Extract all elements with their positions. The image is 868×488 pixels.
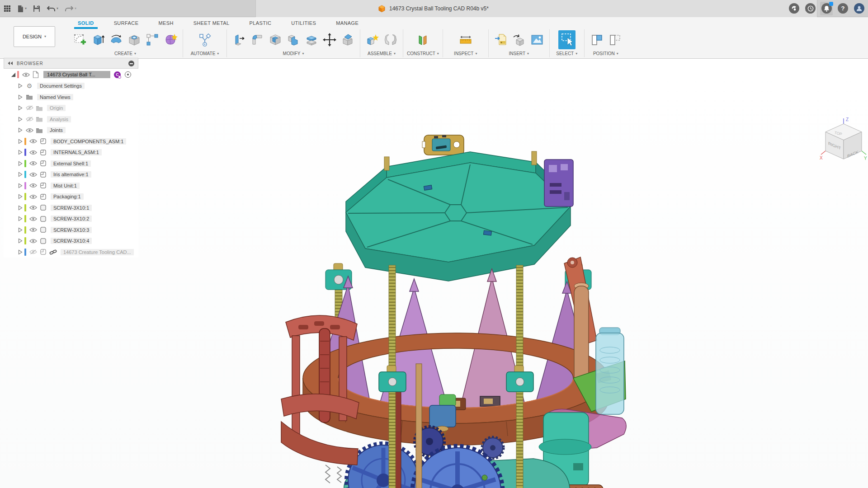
collapse-panel-icon[interactable] xyxy=(8,61,13,66)
tab-plastic[interactable]: PLASTIC xyxy=(240,18,282,28)
expand-arrow-icon[interactable] xyxy=(16,83,24,89)
root-document-name[interactable]: 14673 Crystal Ball T... xyxy=(43,71,110,78)
tree-item-external-shell[interactable]: External Shell:1 xyxy=(4,158,138,169)
file-menu-button[interactable]: ▾ xyxy=(17,5,27,13)
group-insert-label[interactable]: INSERT▾ xyxy=(509,51,529,56)
expand-arrow-icon[interactable] xyxy=(16,150,24,155)
view-cube[interactable]: Z TOP RIGHT BACK X Y xyxy=(819,117,868,167)
extrude-icon[interactable] xyxy=(90,30,107,49)
create-sketch-icon[interactable] xyxy=(71,30,89,49)
split-body-icon[interactable] xyxy=(339,30,356,49)
tree-item-analysis[interactable]: Analysis xyxy=(4,114,138,125)
group-select-label[interactable]: SELECT▾ xyxy=(556,51,577,56)
fillet-icon[interactable] xyxy=(249,30,266,49)
expand-arrow-icon[interactable] xyxy=(16,105,24,111)
extensions-icon[interactable] xyxy=(789,3,799,14)
tree-item-root[interactable]: 14673 Crystal Ball T... C xyxy=(4,69,138,80)
expand-arrow-icon[interactable] xyxy=(16,117,24,122)
expand-arrow-icon[interactable] xyxy=(16,227,24,233)
visibility-eye-icon[interactable] xyxy=(28,227,38,232)
expand-arrow-icon[interactable] xyxy=(16,127,24,133)
minimize-panel-icon[interactable] xyxy=(128,61,134,66)
visibility-eye-off-icon[interactable] xyxy=(28,249,38,255)
expand-arrow-icon[interactable] xyxy=(16,161,24,166)
undo-caret[interactable]: ▾ xyxy=(57,7,58,10)
group-assemble-label[interactable]: ASSEMBLE▾ xyxy=(368,51,396,56)
profile-avatar[interactable] xyxy=(854,3,864,14)
group-position-label[interactable]: POSITION▾ xyxy=(593,51,618,56)
cloud-status-badge[interactable]: C xyxy=(114,71,121,78)
workspace-selector[interactable]: DESIGN ▾ xyxy=(14,26,55,47)
visibility-eye-icon[interactable] xyxy=(28,183,38,188)
app-grid-icon[interactable] xyxy=(4,5,11,12)
help-icon[interactable]: ? xyxy=(838,3,848,14)
tree-item-internals-asm[interactable]: INTERNALS_ASM:1 xyxy=(4,147,138,158)
expand-arrow-icon[interactable] xyxy=(16,216,24,221)
hole-icon[interactable] xyxy=(126,30,143,49)
construction-plane-icon[interactable] xyxy=(414,30,431,49)
expand-arrow-icon[interactable] xyxy=(16,249,24,255)
visibility-eye-icon[interactable] xyxy=(28,194,38,199)
tree-item-document-settings[interactable]: ⚙ Document Settings xyxy=(4,80,138,92)
tree-item-iris-alternative[interactable]: Iris alternative:1 xyxy=(4,169,138,180)
expand-arrow-icon[interactable] xyxy=(16,194,24,199)
insert-svg-icon[interactable] xyxy=(492,30,509,49)
document-tab[interactable]: 14673 Crystal Ball Tooling CAD R04b v5* xyxy=(255,0,817,17)
tree-item-screw-2[interactable]: SCREW-3X10:2 xyxy=(4,213,138,225)
tab-mesh[interactable]: MESH xyxy=(148,18,183,28)
canvas-icon[interactable] xyxy=(528,30,546,49)
visibility-eye-icon[interactable] xyxy=(28,161,38,166)
automate-icon[interactable] xyxy=(196,30,213,49)
expand-arrow-icon[interactable] xyxy=(16,238,24,244)
revolve-icon[interactable] xyxy=(108,30,125,49)
visibility-eye-icon[interactable] xyxy=(28,150,38,155)
visibility-eye-off-icon[interactable] xyxy=(24,105,34,111)
tab-solid[interactable]: SOLID xyxy=(68,18,104,28)
tree-item-screw-4[interactable]: SCREW-3X10:4 xyxy=(4,235,138,247)
tree-item-joints[interactable]: Joints xyxy=(4,125,138,136)
combine-icon[interactable] xyxy=(285,30,302,49)
press-pull-icon[interactable] xyxy=(231,30,248,49)
undo-button[interactable]: ▾ xyxy=(47,5,58,12)
expand-arrow-icon[interactable] xyxy=(16,183,24,188)
measure-icon[interactable] xyxy=(457,30,474,49)
tree-item-body-components-asm[interactable]: BODY_COMPONENTS_ASM:1 xyxy=(4,136,138,147)
group-modify-label[interactable]: MODIFY▾ xyxy=(283,51,304,56)
notifications-icon[interactable] xyxy=(821,3,832,14)
tab-manage[interactable]: MANAGE xyxy=(326,18,368,28)
offset-face-icon[interactable] xyxy=(303,30,320,49)
redo-button[interactable]: ▾ xyxy=(65,5,76,12)
expand-arrow-icon[interactable] xyxy=(16,205,24,211)
tree-item-named-views[interactable]: Named Views xyxy=(4,92,138,103)
tab-utilities[interactable]: UTILITIES xyxy=(281,18,326,28)
visibility-eye-icon[interactable] xyxy=(24,128,34,133)
group-inspect-label[interactable]: INSPECT▾ xyxy=(454,51,477,56)
derive-icon[interactable] xyxy=(510,30,528,49)
form-icon[interactable] xyxy=(162,30,179,49)
visibility-eye-off-icon[interactable] xyxy=(24,117,34,122)
visibility-eye-icon[interactable] xyxy=(28,205,38,210)
cad-model[interactable] xyxy=(280,129,651,488)
group-create-label[interactable]: CREATE▾ xyxy=(114,51,136,56)
group-construct-label[interactable]: CONSTRUCT▾ xyxy=(407,51,439,56)
tree-item-origin[interactable]: Origin xyxy=(4,103,138,114)
tree-item-creature-tooling-link[interactable]: 14673 Creature Tooling CAD... xyxy=(4,247,138,258)
expand-arrow-icon[interactable] xyxy=(16,94,24,100)
pattern-icon[interactable] xyxy=(144,30,161,49)
tree-item-screw-1[interactable]: SCREW-3X10:1 xyxy=(4,202,138,214)
joint-icon[interactable] xyxy=(382,30,399,49)
revert-position-icon[interactable] xyxy=(606,30,623,49)
visibility-eye-icon[interactable] xyxy=(28,216,38,221)
visibility-eye-icon[interactable] xyxy=(28,239,38,244)
expand-arrow-icon[interactable] xyxy=(16,172,24,177)
save-button[interactable] xyxy=(33,5,40,12)
select-icon[interactable] xyxy=(558,30,576,49)
new-component-icon[interactable] xyxy=(364,30,381,49)
tree-item-packaging[interactable]: Packaging:1 xyxy=(4,191,138,202)
activate-component-radio[interactable] xyxy=(125,71,131,78)
shell-icon[interactable] xyxy=(267,30,284,49)
tree-item-screw-3[interactable]: SCREW-3X10:3 xyxy=(4,225,138,236)
collapse-arrow-icon[interactable] xyxy=(9,72,17,78)
browser-header[interactable]: BROWSER xyxy=(4,58,138,69)
visibility-eye-icon[interactable] xyxy=(28,139,38,144)
